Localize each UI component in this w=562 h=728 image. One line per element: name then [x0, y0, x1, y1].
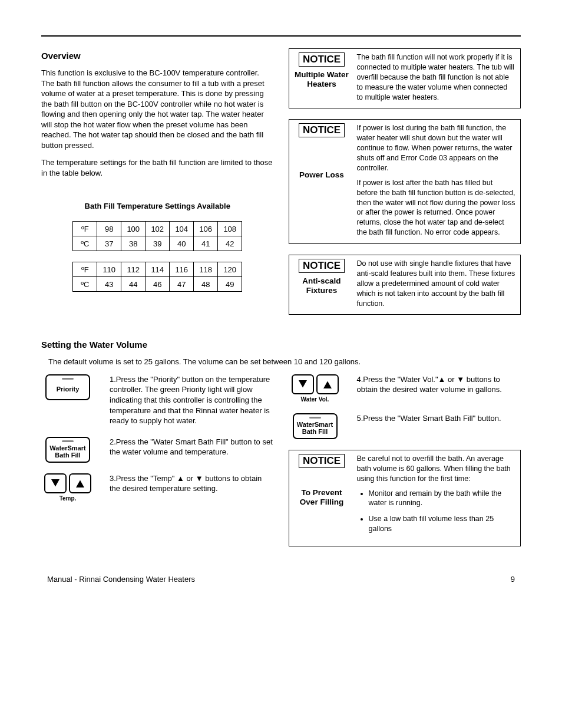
bath-fill-button[interactable]: WaterSmart Bath Fill	[293, 413, 338, 439]
notice-tag: NOTICE	[299, 52, 345, 67]
cell: 120	[218, 262, 242, 277]
notice-text: The bath fill function will not work pro…	[357, 52, 516, 102]
step-text: 4.Press the "Water Vol."▲ or ▼ buttons t…	[357, 374, 521, 403]
svg-marker-2	[299, 380, 307, 388]
triangle-down-icon	[51, 479, 59, 487]
temp-tables: ºF 98 100 102 104 106 108 ºC 37 38 39 40…	[41, 221, 274, 292]
overview-heading: Overview	[41, 51, 274, 61]
footer-left: Manual - Rinnai Condensing Water Heaters	[47, 575, 195, 584]
cell: 40	[170, 236, 194, 251]
step-2: WaterSmart Bath Fill 2.Press the "Water …	[41, 437, 274, 463]
cell: 39	[146, 236, 170, 251]
cell: ºF	[73, 262, 97, 277]
upper-columns: Overview This function is exclusive to t…	[41, 48, 521, 325]
volume-heading: Setting the Water Volume	[41, 340, 521, 350]
top-separator	[41, 35, 521, 37]
cell: ºC	[73, 277, 97, 292]
table-row: ºC 37 38 39 40 41 42	[73, 236, 242, 251]
step-1: Priority 1.Press the "Priority" button o…	[41, 374, 274, 426]
temp-table-title: Bath Fill Temperature Settings Available	[41, 202, 274, 210]
cell: 104	[170, 222, 194, 236]
page-footer: Manual - Rinnai Condensing Water Heaters…	[41, 575, 521, 584]
cell: 41	[194, 236, 218, 251]
notice-body: If power is lost during the bath fill fu…	[357, 123, 516, 238]
button-label: Priority	[57, 386, 80, 393]
page-number: 9	[511, 575, 515, 584]
button-label-line2: Bath Fill	[302, 428, 328, 435]
notice-body: Do not use with single handle fixtures t…	[357, 259, 516, 308]
notice-subtitle: Multiple Water Heaters	[294, 70, 350, 89]
step-text: 3.Press the "Temp" ▲ or ▼ buttons to obt…	[110, 473, 274, 502]
button-label-line1: WaterSmart	[297, 421, 333, 428]
cell: 47	[170, 277, 194, 292]
steps-left: Priority 1.Press the "Priority" button o…	[41, 374, 274, 557]
steps-right: Water Vol. 4.Press the "Water Vol."▲ or …	[289, 374, 521, 557]
indicator-slot-icon	[62, 378, 74, 380]
notice-body: Be careful not to overfill the bath. An …	[357, 454, 516, 540]
svg-marker-0	[51, 479, 59, 487]
prevent-list: Monitor and remain by the bath while the…	[357, 489, 516, 535]
cell: 46	[146, 277, 170, 292]
indicator-slot-icon	[62, 440, 74, 442]
button-col: Priority	[41, 374, 94, 426]
notice-text: If power is lost during the bath fill fu…	[357, 123, 516, 173]
button-label-line2: Bath Fill	[55, 452, 80, 459]
cell: 98	[97, 222, 121, 236]
triangle-up-icon	[323, 380, 332, 388]
notice-subtitle: To Prevent Over Filling	[294, 488, 350, 507]
notice-tag: NOTICE	[299, 259, 345, 273]
overview-p1: This function is exclusive to the BC-100…	[41, 68, 274, 150]
temp-table-1: ºF 98 100 102 104 106 108 ºC 37 38 39 40…	[72, 221, 242, 251]
notice-subtitle: Anti-scald Fixtures	[294, 276, 350, 295]
triangle-down-icon	[299, 380, 307, 388]
cell: 48	[194, 277, 218, 292]
priority-button[interactable]: Priority	[45, 374, 90, 400]
notice-left: NOTICE Power Loss	[294, 123, 350, 238]
step-3: Temp. 3.Press the "Temp" ▲ or ▼ buttons …	[41, 473, 274, 502]
list-item: Monitor and remain by the bath while the…	[369, 489, 516, 509]
volume-intro: The default volume is set to 25 gallons.…	[48, 357, 521, 367]
table-row: ºC 43 44 46 47 48 49	[73, 277, 242, 292]
notice-multiple-heaters: NOTICE Multiple Water Heaters The bath f…	[289, 48, 521, 108]
notice-text: Do not use with single handle fixtures t…	[357, 259, 516, 308]
cell: 118	[194, 262, 218, 277]
step-text: 2.Press the "Water Smart Bath Fill" butt…	[110, 437, 274, 463]
button-label-line1: WaterSmart	[49, 444, 85, 452]
cell: 100	[121, 222, 146, 236]
table-row: ºF 98 100 102 104 106 108	[73, 222, 242, 236]
notice-prevent-overfill: NOTICE To Prevent Over Filling Be carefu…	[289, 450, 521, 546]
svg-marker-1	[76, 480, 84, 487]
bath-fill-button[interactable]: WaterSmart Bath Fill	[45, 437, 90, 463]
cell: 108	[218, 222, 242, 236]
button-col: Water Vol.	[289, 374, 342, 403]
indicator-slot-icon	[309, 417, 321, 419]
cell: ºF	[73, 222, 97, 236]
watervol-down-button[interactable]	[292, 374, 314, 394]
button-label: WaterSmart Bath Fill	[297, 421, 333, 435]
left-column: Overview This function is exclusive to t…	[41, 48, 274, 325]
notice-power-loss: NOTICE Power Loss If power is lost durin…	[289, 119, 521, 244]
button-col: WaterSmart Bath Fill	[41, 437, 94, 463]
cell: ºC	[73, 236, 97, 251]
cell: 102	[146, 222, 170, 236]
temp-arrow-group: Temp.	[44, 473, 91, 502]
cell: 43	[97, 277, 121, 292]
notice-subtitle: Power Loss	[299, 170, 344, 180]
temp-table-2: ºF 110 112 114 116 118 120 ºC 43 44 46 4…	[72, 262, 242, 292]
volume-section: Setting the Water Volume The default vol…	[41, 340, 521, 557]
temp-up-button[interactable]	[69, 473, 91, 493]
notice-anti-scald: NOTICE Anti-scald Fixtures Do not use wi…	[289, 255, 521, 315]
overview-p2: The temperature settings for the bath fi…	[41, 157, 274, 178]
steps-columns: Priority 1.Press the "Priority" button o…	[41, 374, 521, 557]
temp-label: Temp.	[59, 495, 77, 502]
notice-text: Be careful not to overfill the bath. An …	[357, 454, 516, 484]
temp-down-button[interactable]	[44, 473, 67, 493]
watervol-label: Water Vol.	[301, 396, 329, 403]
button-col: Temp.	[41, 473, 94, 502]
table-row: ºF 110 112 114 116 118 120	[73, 262, 242, 277]
button-col: WaterSmart Bath Fill	[289, 413, 342, 439]
right-column: NOTICE Multiple Water Heaters The bath f…	[289, 48, 521, 325]
cell: 114	[146, 262, 170, 277]
button-label: WaterSmart Bath Fill	[49, 445, 85, 459]
watervol-up-button[interactable]	[316, 374, 339, 394]
